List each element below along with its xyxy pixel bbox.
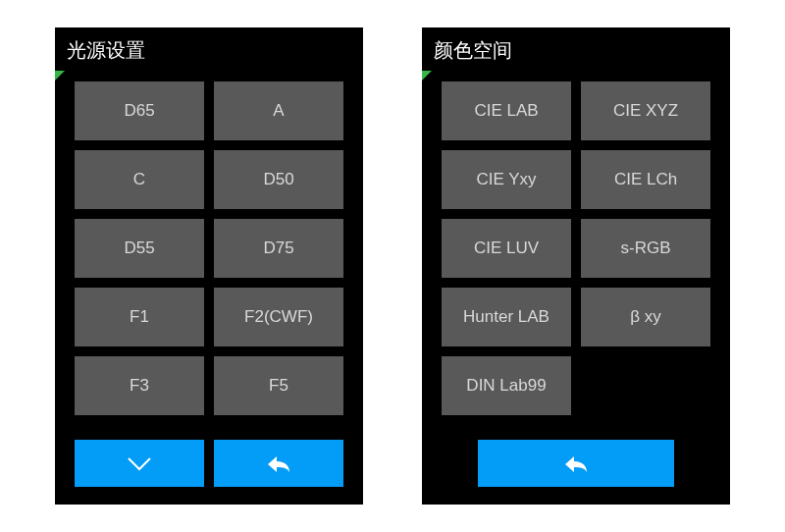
option-f3[interactable]: F3 — [75, 356, 204, 415]
panel-title: 颜色空间 — [422, 27, 730, 72]
chevron-down-icon — [125, 452, 154, 475]
selection-indicator — [55, 71, 65, 80]
back-arrow-icon — [264, 452, 293, 475]
next-page-button[interactable] — [75, 440, 204, 487]
option-cie-luv[interactable]: CIE LUV — [442, 219, 571, 278]
selection-indicator — [422, 71, 432, 80]
back-button[interactable] — [214, 440, 343, 487]
option-f2-cwf[interactable]: F2(CWF) — [214, 288, 343, 346]
footer-bar — [55, 428, 363, 505]
option-c[interactable]: C — [75, 150, 204, 209]
option-f1[interactable]: F1 — [75, 288, 204, 346]
options-grid: D65 A C D50 D55 D75 F1 F2(CWF) F3 F5 — [55, 72, 363, 428]
option-din-lab99[interactable]: DIN Lab99 — [442, 356, 571, 415]
option-cie-lch[interactable]: CIE LCh — [581, 150, 710, 209]
option-f5[interactable]: F5 — [214, 356, 343, 415]
option-cie-xyz[interactable]: CIE XYZ — [581, 81, 710, 140]
color-space-panel: 颜色空间 CIE LAB CIE XYZ CIE Yxy CIE LCh CIE… — [422, 27, 730, 505]
option-d65[interactable]: D65 — [75, 81, 204, 140]
light-source-panel: 光源设置 D65 A C D50 D55 D75 F1 F2(CWF) F3 F… — [55, 27, 363, 505]
option-cie-yxy[interactable]: CIE Yxy — [442, 150, 571, 209]
back-arrow-icon — [561, 452, 591, 475]
panel-title: 光源设置 — [55, 27, 363, 72]
option-hunter-lab[interactable]: Hunter LAB — [442, 288, 571, 346]
options-grid: CIE LAB CIE XYZ CIE Yxy CIE LCh CIE LUV … — [422, 72, 730, 428]
option-cie-lab[interactable]: CIE LAB — [442, 81, 571, 140]
footer-bar — [422, 428, 730, 505]
option-d50[interactable]: D50 — [214, 150, 343, 209]
option-a[interactable]: A — [214, 81, 343, 140]
option-d75[interactable]: D75 — [214, 219, 343, 278]
option-d55[interactable]: D55 — [75, 219, 204, 278]
back-button[interactable] — [478, 440, 674, 487]
option-beta-xy[interactable]: β xy — [581, 288, 710, 346]
option-s-rgb[interactable]: s-RGB — [581, 219, 710, 278]
